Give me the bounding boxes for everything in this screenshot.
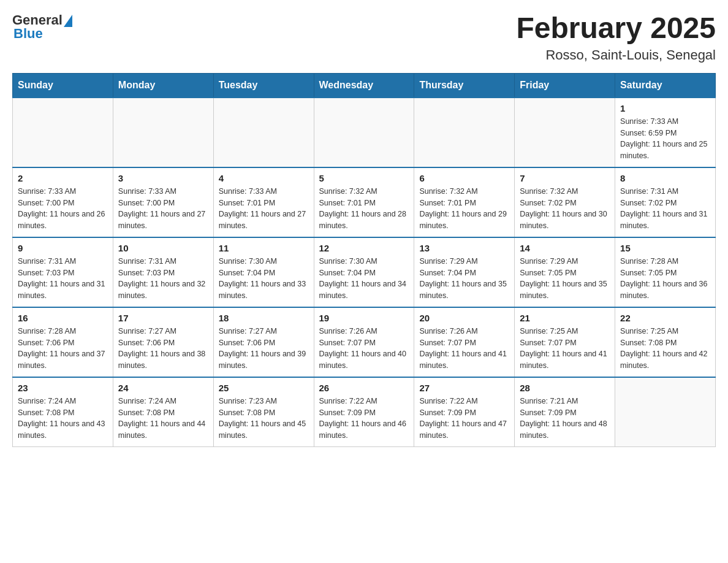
day-number: 17	[118, 313, 208, 323]
day-number: 18	[219, 313, 309, 323]
calendar-cell: 27Sunrise: 7:22 AMSunset: 7:09 PMDayligh…	[414, 377, 515, 447]
day-number: 5	[319, 173, 409, 183]
week-row-5: 23Sunrise: 7:24 AMSunset: 7:08 PMDayligh…	[13, 377, 716, 447]
day-info: Sunrise: 7:32 AMSunset: 7:01 PMDaylight:…	[419, 186, 509, 232]
day-info: Sunrise: 7:29 AMSunset: 7:05 PMDaylight:…	[520, 256, 610, 302]
day-number: 3	[118, 173, 208, 183]
calendar-cell: 11Sunrise: 7:30 AMSunset: 7:04 PMDayligh…	[213, 237, 314, 307]
weekday-header-tuesday: Tuesday	[213, 73, 314, 98]
day-number: 28	[520, 383, 610, 393]
day-info: Sunrise: 7:33 AMSunset: 6:59 PMDaylight:…	[620, 116, 710, 162]
day-info: Sunrise: 7:30 AMSunset: 7:04 PMDaylight:…	[319, 256, 409, 302]
day-info: Sunrise: 7:22 AMSunset: 7:09 PMDaylight:…	[319, 396, 409, 442]
day-info: Sunrise: 7:28 AMSunset: 7:06 PMDaylight:…	[18, 326, 108, 372]
day-number: 13	[419, 243, 509, 253]
calendar-cell	[213, 98, 314, 167]
calendar-cell: 14Sunrise: 7:29 AMSunset: 7:05 PMDayligh…	[515, 237, 615, 307]
day-info: Sunrise: 7:26 AMSunset: 7:07 PMDaylight:…	[419, 326, 509, 372]
day-info: Sunrise: 7:32 AMSunset: 7:02 PMDaylight:…	[520, 186, 610, 232]
day-number: 25	[219, 383, 309, 393]
day-number: 6	[419, 173, 509, 183]
day-info: Sunrise: 7:31 AMSunset: 7:03 PMDaylight:…	[118, 256, 208, 302]
day-number: 26	[319, 383, 409, 393]
day-number: 20	[419, 313, 509, 323]
weekday-header-row: SundayMondayTuesdayWednesdayThursdayFrid…	[13, 73, 716, 98]
day-number: 9	[18, 243, 108, 253]
day-number: 23	[18, 383, 108, 393]
weekday-header-sunday: Sunday	[13, 73, 113, 98]
calendar-cell	[113, 98, 213, 167]
day-info: Sunrise: 7:24 AMSunset: 7:08 PMDaylight:…	[18, 396, 108, 442]
calendar-cell	[13, 98, 113, 167]
logo: General Blue	[12, 12, 72, 42]
day-number: 11	[219, 243, 309, 253]
day-info: Sunrise: 7:23 AMSunset: 7:08 PMDaylight:…	[219, 396, 309, 442]
day-info: Sunrise: 7:27 AMSunset: 7:06 PMDaylight:…	[118, 326, 208, 372]
day-info: Sunrise: 7:30 AMSunset: 7:04 PMDaylight:…	[219, 256, 309, 302]
day-number: 24	[118, 383, 208, 393]
day-number: 21	[520, 313, 610, 323]
day-number: 1	[620, 103, 710, 113]
day-info: Sunrise: 7:32 AMSunset: 7:01 PMDaylight:…	[319, 186, 409, 232]
day-info: Sunrise: 7:33 AMSunset: 7:00 PMDaylight:…	[18, 186, 108, 232]
title-block: February 2025 Rosso, Saint-Louis, Senega…	[516, 12, 716, 63]
day-number: 22	[620, 313, 710, 323]
calendar-cell: 22Sunrise: 7:25 AMSunset: 7:08 PMDayligh…	[615, 307, 716, 377]
calendar-cell: 26Sunrise: 7:22 AMSunset: 7:09 PMDayligh…	[314, 377, 414, 447]
day-info: Sunrise: 7:27 AMSunset: 7:06 PMDaylight:…	[219, 326, 309, 372]
day-info: Sunrise: 7:33 AMSunset: 7:01 PMDaylight:…	[219, 186, 309, 232]
weekday-header-monday: Monday	[113, 73, 213, 98]
day-info: Sunrise: 7:33 AMSunset: 7:00 PMDaylight:…	[118, 186, 208, 232]
day-number: 15	[620, 243, 710, 253]
day-number: 14	[520, 243, 610, 253]
calendar-cell: 10Sunrise: 7:31 AMSunset: 7:03 PMDayligh…	[113, 237, 213, 307]
calendar-cell: 8Sunrise: 7:31 AMSunset: 7:02 PMDaylight…	[615, 167, 716, 237]
calendar-cell: 28Sunrise: 7:21 AMSunset: 7:09 PMDayligh…	[515, 377, 615, 447]
day-info: Sunrise: 7:26 AMSunset: 7:07 PMDaylight:…	[319, 326, 409, 372]
week-row-4: 16Sunrise: 7:28 AMSunset: 7:06 PMDayligh…	[13, 307, 716, 377]
calendar-cell: 6Sunrise: 7:32 AMSunset: 7:01 PMDaylight…	[414, 167, 515, 237]
day-number: 16	[18, 313, 108, 323]
calendar-cell	[314, 98, 414, 167]
weekday-header-thursday: Thursday	[414, 73, 515, 98]
location-text: Rosso, Saint-Louis, Senegal	[516, 47, 716, 63]
day-number: 10	[118, 243, 208, 253]
day-info: Sunrise: 7:29 AMSunset: 7:04 PMDaylight:…	[419, 256, 509, 302]
day-number: 19	[319, 313, 409, 323]
calendar-cell	[615, 377, 716, 447]
calendar-cell: 3Sunrise: 7:33 AMSunset: 7:00 PMDaylight…	[113, 167, 213, 237]
day-info: Sunrise: 7:24 AMSunset: 7:08 PMDaylight:…	[118, 396, 208, 442]
day-number: 2	[18, 173, 108, 183]
day-info: Sunrise: 7:31 AMSunset: 7:03 PMDaylight:…	[18, 256, 108, 302]
day-info: Sunrise: 7:25 AMSunset: 7:07 PMDaylight:…	[520, 326, 610, 372]
weekday-header-wednesday: Wednesday	[314, 73, 414, 98]
calendar-cell: 20Sunrise: 7:26 AMSunset: 7:07 PMDayligh…	[414, 307, 515, 377]
weekday-header-saturday: Saturday	[615, 73, 716, 98]
month-title: February 2025	[516, 12, 716, 45]
calendar-table: SundayMondayTuesdayWednesdayThursdayFrid…	[12, 73, 716, 447]
calendar-cell: 16Sunrise: 7:28 AMSunset: 7:06 PMDayligh…	[13, 307, 113, 377]
week-row-3: 9Sunrise: 7:31 AMSunset: 7:03 PMDaylight…	[13, 237, 716, 307]
calendar-cell: 5Sunrise: 7:32 AMSunset: 7:01 PMDaylight…	[314, 167, 414, 237]
calendar-cell: 15Sunrise: 7:28 AMSunset: 7:05 PMDayligh…	[615, 237, 716, 307]
calendar-cell	[515, 98, 615, 167]
day-info: Sunrise: 7:25 AMSunset: 7:08 PMDaylight:…	[620, 326, 710, 372]
calendar-cell: 17Sunrise: 7:27 AMSunset: 7:06 PMDayligh…	[113, 307, 213, 377]
calendar-cell: 19Sunrise: 7:26 AMSunset: 7:07 PMDayligh…	[314, 307, 414, 377]
day-info: Sunrise: 7:21 AMSunset: 7:09 PMDaylight:…	[520, 396, 610, 442]
day-number: 8	[620, 173, 710, 183]
calendar-cell	[414, 98, 515, 167]
calendar-cell: 1Sunrise: 7:33 AMSunset: 6:59 PMDaylight…	[615, 98, 716, 167]
logo-blue-text: Blue	[13, 26, 43, 42]
page-header: General Blue February 2025 Rosso, Saint-…	[12, 12, 716, 63]
calendar-cell: 25Sunrise: 7:23 AMSunset: 7:08 PMDayligh…	[213, 377, 314, 447]
calendar-cell: 18Sunrise: 7:27 AMSunset: 7:06 PMDayligh…	[213, 307, 314, 377]
day-number: 4	[219, 173, 309, 183]
calendar-cell: 2Sunrise: 7:33 AMSunset: 7:00 PMDaylight…	[13, 167, 113, 237]
calendar-cell: 21Sunrise: 7:25 AMSunset: 7:07 PMDayligh…	[515, 307, 615, 377]
calendar-cell: 7Sunrise: 7:32 AMSunset: 7:02 PMDaylight…	[515, 167, 615, 237]
day-number: 7	[520, 173, 610, 183]
calendar-cell: 23Sunrise: 7:24 AMSunset: 7:08 PMDayligh…	[13, 377, 113, 447]
calendar-cell: 4Sunrise: 7:33 AMSunset: 7:01 PMDaylight…	[213, 167, 314, 237]
day-number: 12	[319, 243, 409, 253]
